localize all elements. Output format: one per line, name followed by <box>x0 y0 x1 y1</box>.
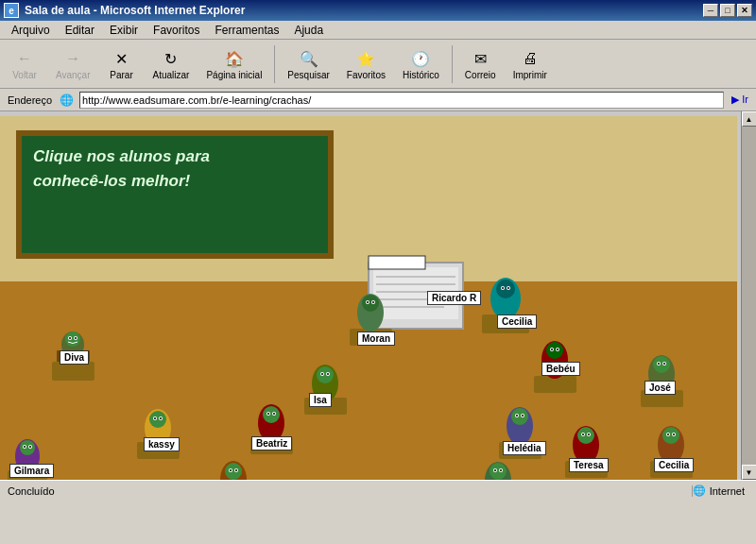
back-button[interactable]: ← Voltar <box>4 44 45 83</box>
svg-point-48 <box>663 363 665 365</box>
window-controls: ─ □ ✕ <box>703 4 752 17</box>
back-icon: ← <box>13 47 36 70</box>
svg-point-30 <box>496 280 515 298</box>
search-icon: 🔍 <box>298 47 320 70</box>
svg-point-51 <box>511 408 528 425</box>
print-icon: 🖨 <box>519 47 541 70</box>
svg-point-61 <box>582 434 584 435</box>
student-label-teresa[interactable]: Teresa <box>569 458 609 472</box>
svg-point-152 <box>267 413 269 415</box>
svg-point-23 <box>362 295 379 312</box>
history-button[interactable]: 🕐 Histórico <box>396 44 446 83</box>
close-button[interactable]: ✕ <box>737 4 752 17</box>
svg-point-58 <box>577 427 594 444</box>
address-label: Endereço <box>4 94 56 106</box>
scroll-up-button[interactable]: ▲ <box>742 111 757 127</box>
mail-button[interactable]: ✉ Correio <box>458 44 503 83</box>
stop-button[interactable]: ✕ Parar <box>101 44 143 83</box>
svg-point-135 <box>225 463 242 480</box>
svg-point-18 <box>69 337 71 339</box>
home-button[interactable]: 🏠 Página inicial <box>199 44 268 83</box>
history-icon: 🕐 <box>409 47 432 70</box>
student-label-bebeu[interactable]: Bebéu <box>541 362 580 376</box>
svg-rect-12 <box>52 362 94 381</box>
scroll-down-button[interactable]: ▼ <box>742 465 757 480</box>
student-label-beatriz[interactable]: Beatriz <box>251 436 292 450</box>
search-button[interactable]: 🔍 Pesquisar <box>281 44 335 83</box>
svg-point-75 <box>494 469 496 471</box>
svg-point-138 <box>230 469 232 471</box>
student-label-moran[interactable]: Moran <box>357 332 395 346</box>
separator-2 <box>452 45 453 83</box>
svg-point-15 <box>65 332 80 347</box>
refresh-button[interactable]: ↻ Atualizar <box>146 44 197 83</box>
student-label-cecilia-top[interactable]: Cecilia <box>497 314 537 329</box>
scroll-track <box>742 127 757 465</box>
svg-point-124 <box>154 417 156 419</box>
page-lock-icon: 🌐 <box>60 94 74 107</box>
menu-ferramentas[interactable]: Ferramentas <box>207 22 286 39</box>
content-area: ▲ ▼ Clique nos alunos paraconhecê-los me… <box>0 111 756 480</box>
svg-point-103 <box>24 446 26 448</box>
menu-arquivo[interactable]: Arquivo <box>4 22 58 39</box>
student-label-cecilia-right[interactable]: Cecilia <box>654 458 694 472</box>
zone-text: Internet <box>710 485 745 497</box>
maximize-button[interactable]: □ <box>720 4 735 17</box>
svg-point-44 <box>653 356 670 373</box>
window-title: Sala de aula - Microsoft Internet Explor… <box>25 4 245 17</box>
address-input[interactable]: http://www.eadsumare.com.br/e-learning/c… <box>79 92 724 109</box>
student-label-isa[interactable]: Isa <box>309 393 332 407</box>
svg-point-104 <box>29 446 31 448</box>
minimize-button[interactable]: ─ <box>703 4 718 17</box>
student-label-ricardo[interactable]: Ricardo R <box>427 291 481 305</box>
svg-point-100 <box>20 440 35 455</box>
menu-favoritos[interactable]: Favoritos <box>146 22 207 39</box>
svg-point-47 <box>658 363 660 365</box>
menu-ajuda[interactable]: Ajuda <box>286 22 331 39</box>
svg-point-156 <box>317 366 334 383</box>
refresh-icon: ↻ <box>160 47 182 70</box>
svg-point-37 <box>546 342 563 359</box>
toolbar: ← Voltar → Avançar ✕ Parar ↻ Atualizar 🏠… <box>0 40 756 89</box>
go-button[interactable]: ▶ Ir <box>728 94 752 106</box>
svg-point-41 <box>557 348 558 350</box>
title-bar: e Sala de aula - Microsoft Internet Expl… <box>0 0 756 21</box>
student-label-kassy[interactable]: kassy <box>144 437 180 451</box>
student-label-heledia[interactable]: Helédia <box>503 441 546 455</box>
student-label-gilmara[interactable]: Gilmara <box>9 464 54 478</box>
svg-point-33 <box>502 287 504 289</box>
print-button[interactable]: 🖨 Imprimir <box>507 44 554 83</box>
scrollbar-right[interactable]: ▲ ▼ <box>741 111 756 480</box>
svg-point-139 <box>235 469 237 471</box>
home-icon: 🏠 <box>223 47 246 70</box>
menu-exibir[interactable]: Exibir <box>102 22 146 39</box>
svg-point-27 <box>372 301 374 303</box>
svg-point-149 <box>263 406 280 423</box>
svg-point-55 <box>522 415 524 416</box>
forward-button[interactable]: → Avançar <box>49 44 97 83</box>
menu-editar[interactable]: Editar <box>58 22 102 39</box>
svg-point-54 <box>516 415 518 416</box>
svg-point-69 <box>673 434 675 435</box>
svg-rect-20 <box>369 256 425 269</box>
separator-1 <box>274 45 275 83</box>
status-bar: Concluído 🌐 Internet <box>0 480 756 501</box>
internet-icon: 🌐 <box>693 484 706 497</box>
student-label-jose[interactable]: José <box>644 381 676 395</box>
student-label-diva[interactable]: Diva <box>60 350 89 365</box>
svg-point-68 <box>667 434 669 435</box>
svg-point-153 <box>273 413 275 415</box>
svg-point-65 <box>662 427 679 444</box>
stop-icon: ✕ <box>111 47 133 70</box>
address-bar: Endereço 🌐 http://www.eadsumare.com.br/e… <box>0 89 756 111</box>
svg-point-62 <box>588 434 590 435</box>
svg-point-72 <box>490 463 507 480</box>
svg-point-159 <box>321 373 323 375</box>
favorites-button[interactable]: ⭐ Favoritos <box>340 44 392 83</box>
svg-point-160 <box>327 373 329 375</box>
app-icon: e <box>4 3 19 18</box>
classroom-scene: Clique nos alunos paraconhecê-los melhor… <box>0 116 737 480</box>
svg-point-125 <box>160 417 162 419</box>
forward-icon: → <box>61 47 84 70</box>
status-text: Concluído <box>8 485 55 497</box>
